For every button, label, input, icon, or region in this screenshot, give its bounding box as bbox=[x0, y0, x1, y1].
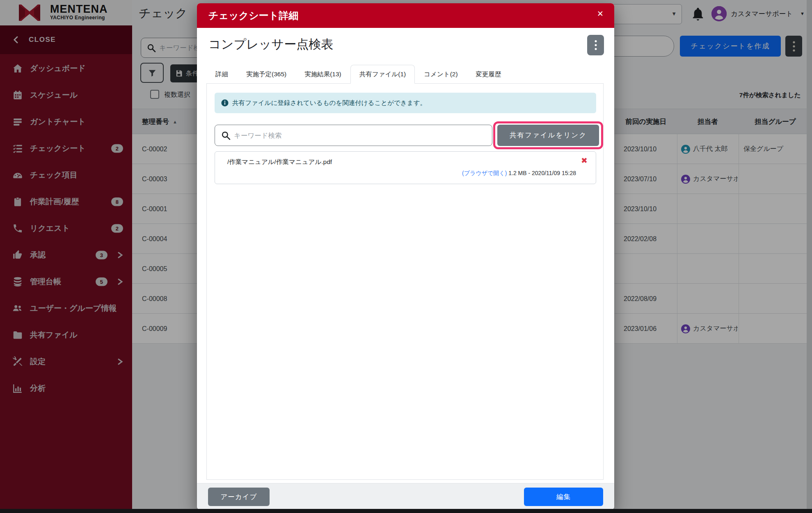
sheet-title: コンプレッサー点検表 bbox=[208, 36, 333, 53]
info-banner: 共有ファイルに登録されているものを関連付けることができます。 bbox=[215, 93, 596, 113]
tab-planned[interactable]: 実施予定(365) bbox=[237, 65, 295, 84]
tab-change-history[interactable]: 変更履歴 bbox=[467, 65, 510, 84]
open-in-browser-link[interactable]: (ブラウザで開く) bbox=[462, 170, 507, 176]
info-banner-text: 共有ファイルに登録されているものを関連付けることができます。 bbox=[232, 99, 426, 107]
file-meta: (ブラウザで開く) 1.2 MB - 2020/11/09 15:28 bbox=[462, 170, 576, 177]
modal-search-field[interactable] bbox=[215, 125, 492, 146]
archive-button[interactable]: アーカイブ bbox=[208, 488, 270, 506]
edit-button[interactable]: 編集 bbox=[524, 488, 603, 506]
linked-file-item: /作業マニュアル/作業マニュアル.pdf ✖ (ブラウザで開く) 1.2 MB … bbox=[215, 151, 596, 184]
tab-shared-files[interactable]: 共有ファイル(1) bbox=[350, 65, 415, 84]
info-icon bbox=[221, 99, 229, 107]
link-shared-file-button[interactable]: 共有ファイルをリンク bbox=[497, 125, 599, 146]
tab-details[interactable]: 詳細 bbox=[206, 65, 237, 84]
modal-tabs: 詳細 実施予定(365) 実施結果(13) 共有ファイル(1) コメント(2) … bbox=[206, 65, 510, 84]
modal-header: チェックシート詳細 ✕ bbox=[197, 3, 614, 28]
tab-results[interactable]: 実施結果(13) bbox=[295, 65, 350, 84]
window-bottom-edge bbox=[0, 509, 812, 513]
modal-kebab-menu[interactable] bbox=[587, 35, 604, 55]
modal-title: チェックシート詳細 bbox=[208, 3, 298, 28]
file-size-date: 1.2 MB - 2020/11/09 15:28 bbox=[508, 170, 576, 176]
remove-file-icon[interactable]: ✖ bbox=[581, 156, 588, 165]
modal-search-input[interactable] bbox=[234, 125, 480, 146]
shared-files-panel: 共有ファイルに登録されているものを関連付けることができます。 共有ファイルをリン… bbox=[206, 83, 604, 480]
file-path: /作業マニュアル/作業マニュアル.pdf bbox=[227, 158, 332, 166]
close-icon[interactable]: ✕ bbox=[597, 9, 604, 18]
search-icon bbox=[221, 131, 231, 140]
tab-comments[interactable]: コメント(2) bbox=[415, 65, 467, 84]
checksheet-detail-modal: チェックシート詳細 ✕ コンプレッサー点検表 詳細 実施予定(365) 実施結果… bbox=[197, 3, 614, 510]
modal-footer: アーカイブ 編集 bbox=[197, 483, 614, 510]
app-window: MENTENA YACHIYO Engineering CLOSE ダッシュボー… bbox=[0, 0, 812, 513]
